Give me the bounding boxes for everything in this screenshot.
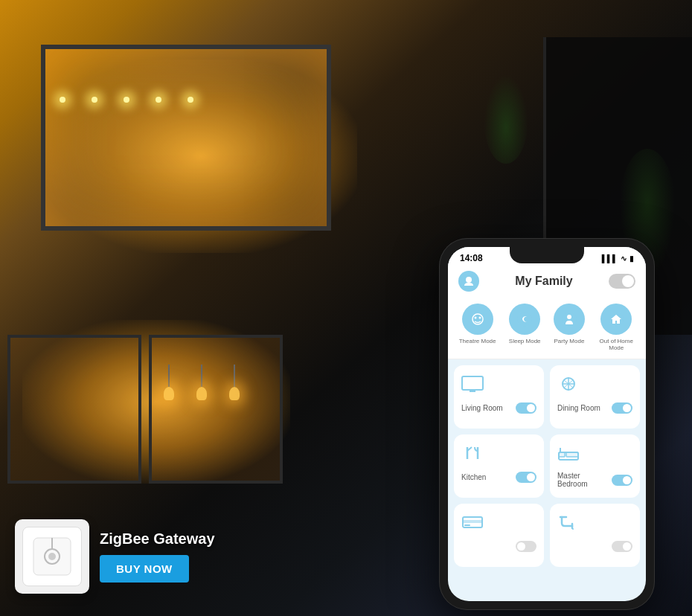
signal-icon: ▌▌▌	[602, 254, 618, 263]
light-dot-2	[92, 97, 97, 103]
phone-wrapper: 14:08 ▌▌▌ ∿ ▮ My Family	[439, 238, 655, 610]
kitchen-svg	[461, 445, 484, 461]
bedroom-toggle[interactable]	[612, 475, 632, 486]
room-card-6	[550, 504, 640, 567]
room5-icon	[461, 514, 484, 535]
status-icons: ▌▌▌ ∿ ▮	[602, 254, 634, 263]
room-card-5: [data-name="room5-toggle"]::after { righ…	[454, 504, 544, 567]
dining-room-toggle[interactable]	[612, 402, 632, 414]
theatre-svg	[470, 311, 486, 327]
living-room-toggle[interactable]	[516, 402, 536, 414]
room5-footer: [data-name="room5-toggle"]::after { righ…	[461, 541, 536, 552]
sleep-icon	[509, 304, 540, 335]
bedroom-label: Master Bedroom	[557, 472, 612, 488]
living-room-label: Living Room	[461, 404, 503, 412]
svg-point-2	[48, 553, 56, 560]
buy-now-button[interactable]: BUY NOW	[100, 555, 189, 583]
card-svg	[461, 514, 484, 530]
status-time: 14:08	[460, 253, 483, 263]
svg-rect-14	[470, 390, 475, 392]
user-avatar-icon	[458, 271, 479, 292]
rooms-grid: Living Room	[448, 359, 646, 573]
svg-point-9	[517, 312, 532, 327]
pendant-wire-2	[201, 365, 202, 387]
home-svg	[608, 311, 624, 327]
out-of-home-icon	[600, 304, 632, 335]
pendant-wire-3	[234, 365, 235, 387]
tv-svg	[461, 376, 484, 392]
svg-point-11	[567, 315, 571, 319]
device-info: ZigBee Gateway BUY NOW	[100, 530, 216, 583]
app-header-toggle[interactable]	[609, 274, 635, 289]
plant-silhouette	[484, 74, 528, 164]
user-svg-icon	[463, 275, 475, 287]
switch-svg	[30, 534, 74, 579]
mode-out: Out of Home Mode	[598, 304, 635, 351]
kitchen-toggle[interactable]	[516, 472, 536, 483]
device-image-inner	[22, 527, 82, 586]
svg-rect-30	[464, 524, 470, 526]
room-card-bedroom: Master Bedroom	[550, 434, 640, 498]
dining-svg	[557, 376, 580, 392]
room6-icon	[557, 514, 580, 535]
kitchen-label: Kitchen	[461, 473, 486, 481]
device-card: ZigBee Gateway BUY NOW	[15, 519, 216, 594]
party-svg	[561, 311, 577, 327]
faucet-svg	[557, 514, 580, 530]
svg-point-4	[466, 277, 472, 283]
mode-theatre: Theatre Mode	[459, 304, 496, 351]
window-lower-right	[149, 335, 283, 484]
app-title: My Family	[515, 275, 572, 288]
room-card-living: Living Room	[454, 365, 544, 429]
window-lower-left	[7, 335, 141, 484]
light-dot-3	[124, 97, 129, 103]
modes-row: Theatre Mode Sleep Mode	[448, 298, 646, 359]
sleep-svg	[516, 311, 533, 327]
ceiling-lights	[60, 97, 193, 103]
room6-footer	[557, 541, 632, 552]
phone-notch	[510, 247, 584, 263]
svg-rect-13	[462, 376, 483, 390]
room-card-dining: Dining Room	[550, 365, 640, 429]
pendant-2	[196, 365, 207, 400]
light-dot-4	[156, 97, 161, 103]
svg-point-8	[478, 317, 481, 319]
dining-room-footer: Dining Room	[557, 402, 632, 414]
dining-room-icon	[557, 376, 580, 397]
device-image	[15, 519, 89, 594]
svg-rect-29	[463, 520, 482, 523]
window-upper	[41, 45, 331, 231]
svg-rect-25	[559, 452, 565, 457]
mode-sleep: Sleep Mode	[509, 304, 541, 351]
bedroom-icon	[557, 445, 580, 466]
out-label: Out of Home Mode	[598, 338, 635, 351]
theatre-label: Theatre Mode	[459, 338, 496, 344]
battery-icon: ▮	[629, 254, 634, 263]
pendant-wire-1	[168, 365, 170, 387]
party-icon	[554, 304, 585, 335]
sleep-label: Sleep Mode	[509, 338, 541, 344]
living-room-icon	[461, 376, 484, 397]
pendant-bulb-2	[196, 387, 207, 400]
app-header: My Family	[448, 266, 646, 298]
mode-party: Party Mode	[554, 304, 585, 351]
light-dot-1	[60, 97, 65, 103]
device-name: ZigBee Gateway	[100, 530, 216, 548]
theatre-icon	[462, 304, 493, 335]
hanging-lights	[164, 365, 240, 400]
bedroom-footer: Master Bedroom	[557, 472, 632, 488]
room6-toggle[interactable]	[612, 541, 632, 552]
room5-toggle[interactable]: [data-name="room5-toggle"]::after { righ…	[516, 541, 536, 552]
bed-svg	[557, 445, 580, 461]
phone-outer: 14:08 ▌▌▌ ∿ ▮ My Family	[439, 238, 655, 610]
wifi-icon: ∿	[621, 254, 627, 263]
party-label: Party Mode	[554, 338, 584, 344]
pendant-bulb-3	[229, 387, 240, 400]
pendant-bulb-1	[164, 387, 174, 400]
room-card-kitchen: Kitchen	[454, 434, 544, 498]
svg-rect-26	[566, 452, 578, 457]
svg-point-7	[474, 317, 476, 319]
light-dot-5	[188, 97, 193, 103]
living-room-footer: Living Room	[461, 402, 536, 414]
pendant-1	[164, 365, 174, 400]
